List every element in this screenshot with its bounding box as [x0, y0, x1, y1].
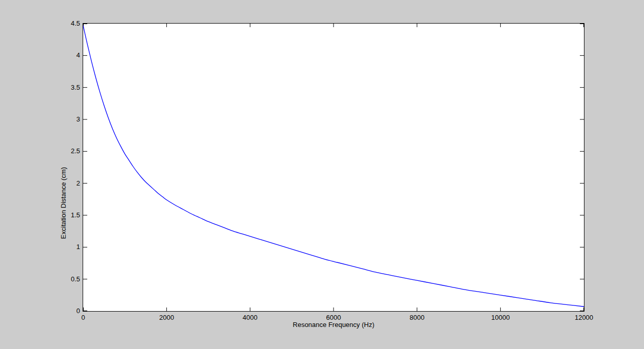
x-tick-label: 12000 [563, 314, 604, 321]
x-tick-label: 4000 [229, 314, 270, 321]
x-tick-label: 6000 [313, 314, 354, 321]
x-tick-label: 10000 [480, 314, 521, 321]
data-curve [83, 26, 584, 307]
plot-area [83, 23, 584, 312]
x-tick-label: 8000 [397, 314, 438, 321]
plot-svg [83, 24, 584, 311]
y-tick-label: 0 [49, 307, 80, 315]
y-tick-label: 1 [49, 243, 80, 251]
y-tick-label: 4 [49, 51, 80, 59]
y-tick-label: 0.5 [49, 275, 80, 283]
y-tick-label: 3.5 [49, 84, 80, 92]
x-axis-label: Resonance Frequency (Hz) [180, 321, 487, 329]
matlab-figure-canvas: 020004000600080001000012000 00.511.522.5… [0, 0, 644, 349]
x-tick-label: 2000 [146, 314, 187, 321]
y-tick-label: 4.5 [49, 19, 80, 28]
y-tick-label: 2.5 [49, 147, 80, 155]
y-tick-label: 3 [49, 115, 80, 124]
y-axis-label-text: Excitation Distance (cm) [59, 167, 67, 239]
